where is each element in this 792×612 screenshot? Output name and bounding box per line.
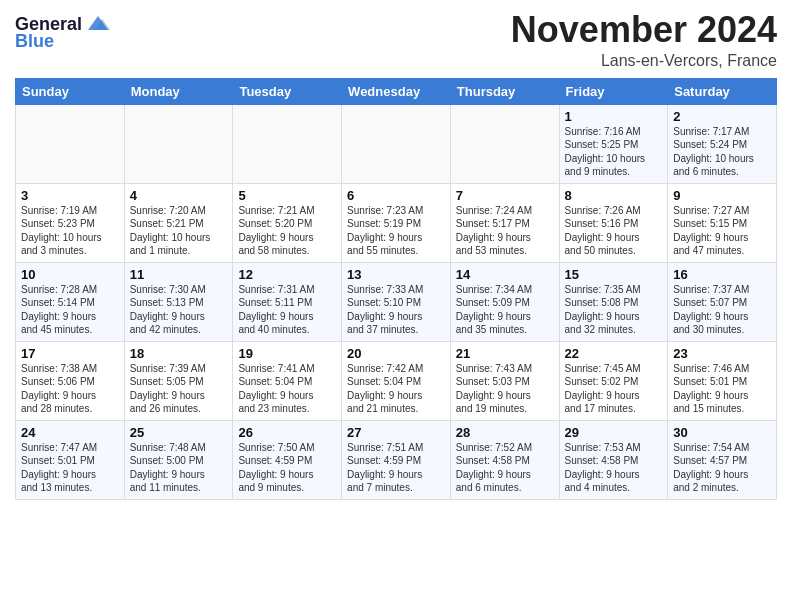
cell-info: and 37 minutes. — [347, 323, 445, 337]
day-number: 21 — [456, 346, 554, 361]
cell-info: Sunrise: 7:46 AM — [673, 362, 771, 376]
cell-info: Sunset: 5:17 PM — [456, 217, 554, 231]
cell-info: Sunset: 5:06 PM — [21, 375, 119, 389]
week-row-2: 3Sunrise: 7:19 AMSunset: 5:23 PMDaylight… — [16, 183, 777, 262]
weekday-header-sunday: Sunday — [16, 78, 125, 104]
cell-info: Daylight: 9 hours — [21, 310, 119, 324]
cell-info: Daylight: 9 hours — [673, 231, 771, 245]
cell-info: and 9 minutes. — [565, 165, 663, 179]
cell-info: Daylight: 10 hours — [673, 152, 771, 166]
calendar-table: SundayMondayTuesdayWednesdayThursdayFrid… — [15, 78, 777, 500]
week-row-4: 17Sunrise: 7:38 AMSunset: 5:06 PMDayligh… — [16, 341, 777, 420]
cell-info: and 19 minutes. — [456, 402, 554, 416]
day-number: 11 — [130, 267, 228, 282]
calendar-cell: 19Sunrise: 7:41 AMSunset: 5:04 PMDayligh… — [233, 341, 342, 420]
cell-info: Sunset: 5:10 PM — [347, 296, 445, 310]
cell-info: Daylight: 9 hours — [130, 468, 228, 482]
cell-info: and 45 minutes. — [21, 323, 119, 337]
cell-info: Sunrise: 7:33 AM — [347, 283, 445, 297]
day-number: 15 — [565, 267, 663, 282]
cell-info: Sunrise: 7:52 AM — [456, 441, 554, 455]
cell-info: Sunset: 5:16 PM — [565, 217, 663, 231]
cell-info: Daylight: 9 hours — [456, 231, 554, 245]
day-number: 5 — [238, 188, 336, 203]
cell-info: Daylight: 9 hours — [238, 389, 336, 403]
cell-info: Sunrise: 7:19 AM — [21, 204, 119, 218]
day-number: 30 — [673, 425, 771, 440]
cell-info: and 40 minutes. — [238, 323, 336, 337]
cell-info: and 7 minutes. — [347, 481, 445, 495]
cell-info: Sunrise: 7:16 AM — [565, 125, 663, 139]
cell-info: Sunset: 5:02 PM — [565, 375, 663, 389]
page-container: General Blue November 2024 Lans-en-Verco… — [0, 0, 792, 510]
cell-info: and 3 minutes. — [21, 244, 119, 258]
day-number: 24 — [21, 425, 119, 440]
cell-info: Sunrise: 7:17 AM — [673, 125, 771, 139]
cell-info: Daylight: 9 hours — [130, 310, 228, 324]
cell-info: and 58 minutes. — [238, 244, 336, 258]
cell-info: Sunrise: 7:43 AM — [456, 362, 554, 376]
cell-info: Sunset: 5:20 PM — [238, 217, 336, 231]
calendar-cell: 9Sunrise: 7:27 AMSunset: 5:15 PMDaylight… — [668, 183, 777, 262]
cell-info: and 15 minutes. — [673, 402, 771, 416]
week-row-5: 24Sunrise: 7:47 AMSunset: 5:01 PMDayligh… — [16, 420, 777, 499]
calendar-cell: 1Sunrise: 7:16 AMSunset: 5:25 PMDaylight… — [559, 104, 668, 183]
calendar-header: SundayMondayTuesdayWednesdayThursdayFrid… — [16, 78, 777, 104]
calendar-cell: 6Sunrise: 7:23 AMSunset: 5:19 PMDaylight… — [342, 183, 451, 262]
cell-info: and 50 minutes. — [565, 244, 663, 258]
cell-info: and 55 minutes. — [347, 244, 445, 258]
cell-info: Sunrise: 7:54 AM — [673, 441, 771, 455]
cell-info: Daylight: 9 hours — [565, 231, 663, 245]
cell-info: Daylight: 9 hours — [238, 468, 336, 482]
calendar-body: 1Sunrise: 7:16 AMSunset: 5:25 PMDaylight… — [16, 104, 777, 499]
cell-info: Sunset: 5:08 PM — [565, 296, 663, 310]
cell-info: and 47 minutes. — [673, 244, 771, 258]
day-number: 1 — [565, 109, 663, 124]
weekday-header-wednesday: Wednesday — [342, 78, 451, 104]
cell-info: Sunrise: 7:50 AM — [238, 441, 336, 455]
title-block: November 2024 Lans-en-Vercors, France — [511, 10, 777, 70]
cell-info: Sunset: 5:01 PM — [673, 375, 771, 389]
day-number: 8 — [565, 188, 663, 203]
cell-info: Sunrise: 7:31 AM — [238, 283, 336, 297]
cell-info: and 6 minutes. — [456, 481, 554, 495]
cell-info: Daylight: 9 hours — [21, 468, 119, 482]
day-number: 26 — [238, 425, 336, 440]
calendar-cell: 22Sunrise: 7:45 AMSunset: 5:02 PMDayligh… — [559, 341, 668, 420]
cell-info: Daylight: 9 hours — [347, 468, 445, 482]
cell-info: Sunset: 5:09 PM — [456, 296, 554, 310]
cell-info: Daylight: 9 hours — [21, 389, 119, 403]
weekday-header-tuesday: Tuesday — [233, 78, 342, 104]
cell-info: Sunset: 5:24 PM — [673, 138, 771, 152]
calendar-cell — [450, 104, 559, 183]
weekday-row: SundayMondayTuesdayWednesdayThursdayFrid… — [16, 78, 777, 104]
cell-info: Daylight: 9 hours — [673, 310, 771, 324]
cell-info: Daylight: 9 hours — [347, 310, 445, 324]
calendar-cell: 16Sunrise: 7:37 AMSunset: 5:07 PMDayligh… — [668, 262, 777, 341]
calendar-cell: 10Sunrise: 7:28 AMSunset: 5:14 PMDayligh… — [16, 262, 125, 341]
cell-info: and 32 minutes. — [565, 323, 663, 337]
calendar-cell: 27Sunrise: 7:51 AMSunset: 4:59 PMDayligh… — [342, 420, 451, 499]
calendar-cell — [233, 104, 342, 183]
day-number: 6 — [347, 188, 445, 203]
cell-info: Sunrise: 7:38 AM — [21, 362, 119, 376]
cell-info: and 26 minutes. — [130, 402, 228, 416]
calendar-cell — [342, 104, 451, 183]
cell-info: Sunrise: 7:39 AM — [130, 362, 228, 376]
cell-info: Sunset: 5:01 PM — [21, 454, 119, 468]
calendar-cell: 12Sunrise: 7:31 AMSunset: 5:11 PMDayligh… — [233, 262, 342, 341]
cell-info: Sunset: 5:13 PM — [130, 296, 228, 310]
cell-info: Sunset: 4:58 PM — [456, 454, 554, 468]
cell-info: Daylight: 9 hours — [456, 389, 554, 403]
cell-info: Sunset: 5:25 PM — [565, 138, 663, 152]
weekday-header-friday: Friday — [559, 78, 668, 104]
cell-info: Sunrise: 7:37 AM — [673, 283, 771, 297]
day-number: 19 — [238, 346, 336, 361]
cell-info: and 6 minutes. — [673, 165, 771, 179]
cell-info: Sunrise: 7:34 AM — [456, 283, 554, 297]
cell-info: Sunrise: 7:20 AM — [130, 204, 228, 218]
cell-info: Daylight: 9 hours — [456, 310, 554, 324]
cell-info: Sunrise: 7:47 AM — [21, 441, 119, 455]
cell-info: Daylight: 9 hours — [238, 310, 336, 324]
logo: General Blue — [15, 14, 112, 52]
